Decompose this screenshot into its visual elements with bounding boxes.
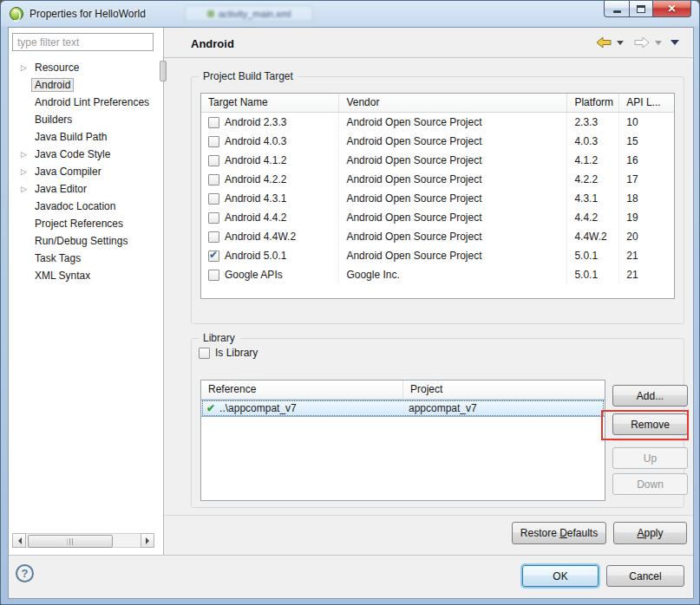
sidebar-item-label: Javadoc Location — [35, 200, 115, 212]
target-row-android-2-3-3[interactable]: Android 2.3.3Android Open Source Project… — [201, 113, 674, 132]
target-checkbox[interactable] — [208, 270, 219, 281]
api-level-cell: 19 — [619, 208, 674, 227]
column-header-api-level[interactable]: API L... — [619, 94, 674, 112]
sidebar-horizontal-scrollbar[interactable] — [12, 533, 154, 548]
sidebar-item-java-compiler[interactable]: ▷Java Compiler — [9, 163, 162, 180]
sidebar-item-label: Java Compiler — [35, 166, 101, 178]
apply-button[interactable]: Apply — [613, 522, 687, 544]
target-checkbox[interactable] — [208, 193, 219, 205]
api-level-cell: 20 — [619, 227, 674, 246]
api-level-cell: 10 — [619, 113, 674, 132]
maximize-button[interactable] — [629, 1, 653, 17]
target-row-android-4-0-3[interactable]: Android 4.0.3Android Open Source Project… — [201, 132, 674, 151]
is-library-checkbox[interactable] — [199, 348, 210, 359]
column-header-platform[interactable]: Platform — [567, 94, 619, 112]
sidebar-item-run-debug-settings[interactable]: Run/Debug Settings — [9, 232, 162, 250]
target-name-cell: Android 4.0.3 — [201, 132, 339, 151]
page-title: Android — [191, 37, 234, 50]
sidebar-item-javadoc-location[interactable]: Javadoc Location — [9, 198, 162, 215]
project-cell: appcompat_v7 — [403, 402, 605, 414]
sidebar: ▷ResourceAndroidAndroid Lint Preferences… — [9, 28, 164, 555]
target-name: Android 4.4.2 — [225, 211, 286, 224]
target-row-android-4-4w-2[interactable]: Android 4.4W.2Android Open Source Projec… — [201, 227, 674, 246]
column-header-reference[interactable]: Reference — [201, 381, 403, 399]
forward-history-dropdown-icon[interactable] — [655, 41, 662, 49]
titlebar[interactable]: Properties for HelloWorld activity_main.… — [1, 1, 699, 27]
expand-arrow-icon[interactable]: ▷ — [21, 59, 27, 76]
cancel-button[interactable]: Cancel — [606, 565, 684, 587]
target-name: Android 5.0.1 — [225, 250, 286, 262]
target-checkbox[interactable] — [208, 117, 219, 128]
target-row-google-apis[interactable]: Google APIsGoogle Inc.5.0.121 — [201, 265, 674, 284]
build-target-table-header: Target Name Vendor Platform API L... — [201, 94, 674, 113]
ok-button[interactable]: OK — [522, 565, 599, 587]
api-level-cell: 21 — [619, 246, 674, 265]
sidebar-item-task-tags[interactable]: Task Tags — [9, 250, 162, 267]
reference-path: ..\appcompat_v7 — [219, 402, 297, 414]
platform-cell: 4.2.2 — [567, 170, 619, 189]
restore-defaults-button[interactable]: Restore Defaults — [512, 522, 606, 544]
add-button[interactable]: Add... — [612, 385, 688, 407]
target-checkbox[interactable] — [208, 174, 219, 185]
up-button[interactable]: Up — [612, 447, 688, 469]
scrollbar-track[interactable] — [26, 533, 141, 548]
target-checkbox[interactable] — [208, 155, 219, 166]
sidebar-item-builders[interactable]: Builders — [9, 111, 162, 128]
filter-input[interactable] — [12, 33, 154, 51]
sidebar-item-java-editor[interactable]: ▷Java Editor — [9, 180, 162, 198]
api-level-cell: 21 — [619, 265, 674, 284]
is-library-label: Is Library — [215, 347, 258, 359]
library-group: Library Is Library Reference Project ✔..… — [191, 338, 684, 508]
target-name-cell: Android 4.4.2 — [201, 208, 339, 227]
sidebar-item-xml-syntax[interactable]: XML Syntax — [9, 267, 162, 284]
back-history-dropdown-icon[interactable] — [617, 41, 624, 49]
library-row-appcompat-v7[interactable]: ✔..\appcompat_v7appcompat_v7 — [201, 400, 605, 417]
back-arrow-icon[interactable] — [596, 36, 612, 49]
build-target-table: Target Name Vendor Platform API L... And… — [200, 93, 675, 299]
target-row-android-4-4-2[interactable]: Android 4.4.2Android Open Source Project… — [201, 208, 674, 227]
target-checkbox[interactable] — [208, 136, 219, 147]
scroll-right-button[interactable] — [141, 533, 154, 548]
view-menu-dropdown-icon[interactable] — [671, 40, 679, 49]
window-controls: ✕ — [605, 1, 691, 17]
sidebar-item-resource[interactable]: ▷Resource — [9, 59, 162, 76]
close-button[interactable]: ✕ — [652, 1, 691, 17]
expand-arrow-icon[interactable]: ▷ — [21, 163, 27, 180]
help-button[interactable]: ? — [16, 564, 34, 582]
sidebar-item-java-code-style[interactable]: ▷Java Code Style — [9, 146, 162, 163]
target-name-cell: Android 4.3.1 — [201, 189, 339, 208]
forward-arrow-icon[interactable] — [634, 36, 650, 49]
target-name: Android 4.1.2 — [225, 154, 286, 166]
platform-cell: 5.0.1 — [567, 246, 619, 265]
sidebar-item-android-lint-preferences[interactable]: Android Lint Preferences — [9, 94, 162, 111]
sidebar-item-project-references[interactable]: Project References — [9, 215, 162, 232]
down-button[interactable]: Down — [612, 473, 688, 495]
target-name-cell: Android 5.0.1 — [201, 246, 339, 265]
target-name: Google APIs — [225, 269, 283, 281]
sidebar-item-android[interactable]: Android — [9, 76, 162, 94]
sidebar-item-java-build-path[interactable]: Java Build Path — [9, 128, 162, 146]
dialog-footer: ? OK Cancel — [9, 555, 693, 598]
scroll-left-button[interactable] — [12, 533, 26, 548]
column-header-vendor[interactable]: Vendor — [339, 94, 567, 112]
minimize-button[interactable] — [604, 1, 630, 17]
project-build-target-group: Project Build Target Target Name Vendor … — [191, 76, 684, 324]
scrollbar-thumb[interactable] — [28, 535, 113, 548]
remove-button[interactable]: Remove — [612, 413, 688, 435]
column-header-project[interactable]: Project — [403, 381, 605, 399]
maximize-icon — [637, 5, 645, 13]
expand-arrow-icon[interactable]: ▷ — [21, 180, 27, 198]
target-row-android-4-3-1[interactable]: Android 4.3.1Android Open Source Project… — [201, 189, 674, 208]
vendor-cell: Android Open Source Project — [339, 132, 567, 151]
target-checkbox[interactable] — [208, 250, 219, 262]
expand-arrow-icon[interactable]: ▷ — [21, 146, 27, 163]
target-row-android-4-2-2[interactable]: Android 4.2.2Android Open Source Project… — [201, 170, 674, 189]
target-checkbox[interactable] — [208, 231, 219, 243]
sidebar-item-label: Java Editor — [35, 183, 87, 195]
column-header-target-name[interactable]: Target Name — [201, 94, 339, 112]
reference-cell: ✔..\appcompat_v7 — [201, 402, 403, 414]
target-row-android-4-1-2[interactable]: Android 4.1.2Android Open Source Project… — [201, 151, 674, 170]
main-panel: Android Project Build Target — [164, 28, 693, 555]
target-checkbox[interactable] — [208, 212, 219, 224]
target-row-android-5-0-1[interactable]: Android 5.0.1Android Open Source Project… — [201, 246, 674, 265]
